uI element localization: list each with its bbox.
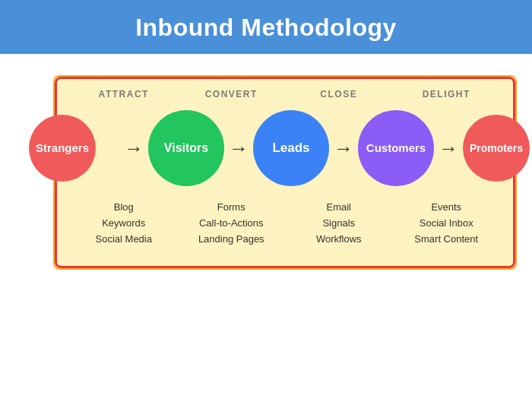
- phase-close: CLOSE: [285, 89, 393, 100]
- circle-leads: Leads: [253, 110, 329, 186]
- circle-strangers: Strangers: [29, 115, 96, 182]
- main-content: ATTRACT CONVERT CLOSE DELIGHT Strangers …: [0, 54, 532, 285]
- items-row: Blog Keywords Social Media Forms Call-to…: [62, 200, 508, 247]
- arrow-2: →: [229, 137, 249, 160]
- close-item-3: Workflows: [316, 233, 362, 245]
- circles-row: Strangers → Visitors → Leads → Customers…: [62, 103, 508, 194]
- arrow-4: →: [439, 137, 458, 160]
- page-title: Inbound Methodology: [0, 14, 532, 42]
- close-item-2: Signals: [322, 217, 355, 229]
- phase-attract: ATTRACT: [70, 89, 178, 100]
- attract-item-2: Keywords: [102, 217, 145, 229]
- diagram-wrapper: ATTRACT CONVERT CLOSE DELIGHT Strangers …: [15, 75, 517, 270]
- circle-promoters: Promoters: [463, 115, 530, 182]
- phase-delight: DELIGHT: [393, 89, 501, 100]
- items-delight: Events Social Inbox Smart Content: [393, 200, 501, 247]
- circle-customers: Customers: [358, 110, 434, 186]
- attract-item-1: Blog: [114, 201, 134, 213]
- header: Inbound Methodology: [0, 0, 532, 54]
- convert-item-1: Forms: [217, 201, 245, 213]
- items-convert: Forms Call-to-Actions Landing Pages: [178, 200, 286, 247]
- delight-item-3: Smart Content: [414, 233, 478, 245]
- items-attract: Blog Keywords Social Media: [70, 200, 178, 247]
- circle-visitors: Visitors: [148, 110, 224, 186]
- close-item-1: Email: [326, 201, 351, 213]
- delight-item-1: Events: [431, 201, 461, 213]
- attract-item-3: Social Media: [96, 233, 152, 245]
- arrow-3: →: [334, 137, 353, 160]
- convert-item-2: Call-to-Actions: [199, 217, 264, 229]
- delight-item-2: Social Inbox: [420, 217, 473, 229]
- items-close: Email Signals Workflows: [285, 200, 393, 247]
- yellow-box: ATTRACT CONVERT CLOSE DELIGHT Strangers …: [53, 75, 517, 270]
- arrow-1: →: [124, 137, 144, 160]
- convert-item-3: Landing Pages: [198, 233, 264, 245]
- phase-labels: ATTRACT CONVERT CLOSE DELIGHT: [62, 84, 508, 100]
- phase-convert: CONVERT: [178, 89, 286, 100]
